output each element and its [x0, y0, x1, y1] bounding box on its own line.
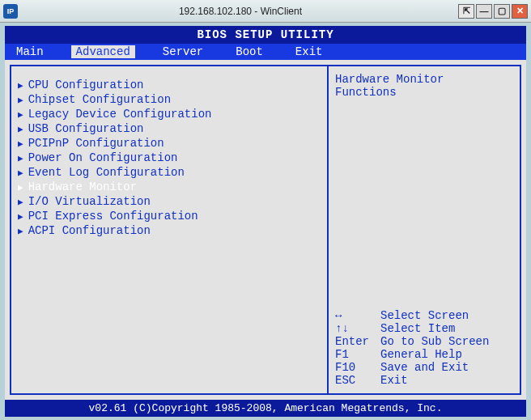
help-key-row: ↑↓ Select Item: [335, 322, 513, 335]
close-button[interactable]: ✕: [512, 4, 528, 19]
key-label: Go to Sub Screen: [380, 335, 489, 348]
chevron-right-icon: ▶: [18, 95, 23, 105]
key-f10: F10: [335, 361, 380, 374]
window-titlebar: IP 192.168.102.180 - WinClient ⇱ — ▢ ✕: [0, 0, 531, 23]
help-keys: ↔ Select Screen ↑↓ Select Item Enter Go …: [335, 309, 513, 387]
tab-exit[interactable]: Exit: [291, 45, 328, 58]
key-label: Select Screen: [380, 309, 469, 322]
key-enter: Enter: [335, 335, 380, 348]
minimize-button[interactable]: —: [476, 4, 492, 19]
chevron-right-icon: ▶: [18, 226, 23, 236]
item-usb-configuration[interactable]: ▶ USB Configuration: [18, 121, 321, 136]
help-line: Hardware Monitor: [335, 73, 513, 86]
help-key-row: F10 Save and Exit: [335, 361, 513, 374]
item-label: PCIPnP Configuration: [28, 137, 164, 150]
item-label: USB Configuration: [28, 122, 144, 135]
item-chipset-configuration[interactable]: ▶ Chipset Configuration: [18, 92, 321, 107]
help-key-row: ↔ Select Screen: [335, 309, 513, 322]
item-label: Hardware Monitor: [28, 180, 137, 193]
bios-header: BIOS SETUP UTILITY: [5, 26, 526, 44]
item-label: ACPI Configuration: [28, 224, 151, 237]
left-panel: ▶ CPU Configuration ▶ Chipset Configurat…: [10, 65, 327, 395]
item-label: Legacy Device Configuration: [28, 108, 212, 121]
item-pci-express-configuration[interactable]: ▶ PCI Express Configuration: [18, 209, 321, 223]
item-cpu-configuration[interactable]: ▶ CPU Configuration: [18, 78, 321, 92]
key-left-right-icon: ↔: [335, 309, 380, 322]
bios-menubar: Main Advanced Server Boot Exit: [5, 44, 526, 60]
help-key-row: ESC Exit: [335, 374, 513, 387]
item-label: I/O Virtualization: [28, 195, 151, 208]
pin-button[interactable]: ⇱: [458, 4, 474, 19]
bios-body: ▶ CPU Configuration ▶ Chipset Configurat…: [5, 60, 526, 400]
app-icon: IP: [3, 4, 18, 19]
help-key-row: Enter Go to Sub Screen: [335, 335, 513, 348]
tab-boot[interactable]: Boot: [231, 45, 268, 58]
chevron-right-icon: ▶: [18, 153, 23, 163]
item-label: Chipset Configuration: [28, 93, 171, 106]
key-esc: ESC: [335, 374, 380, 387]
item-io-virtualization[interactable]: ▶ I/O Virtualization: [18, 194, 321, 209]
key-label: General Help: [380, 348, 462, 361]
item-label: Power On Configuration: [28, 151, 178, 164]
bios-footer: v02.61 (C)Copyright 1985-2008, American …: [5, 400, 526, 417]
item-legacy-device-configuration[interactable]: ▶ Legacy Device Configuration: [18, 107, 321, 121]
help-line: Functions: [335, 86, 513, 99]
item-event-log-configuration[interactable]: ▶ Event Log Configuration: [18, 165, 321, 180]
chevron-right-icon: ▶: [18, 124, 23, 134]
item-acpi-configuration[interactable]: ▶ ACPI Configuration: [18, 223, 321, 238]
item-label: Event Log Configuration: [28, 166, 185, 179]
item-pcipnp-configuration[interactable]: ▶ PCIPnP Configuration: [18, 136, 321, 151]
tab-main[interactable]: Main: [11, 45, 49, 58]
tab-advanced[interactable]: Advanced: [71, 45, 135, 58]
key-label: Save and Exit: [380, 361, 469, 374]
bios-frame: BIOS SETUP UTILITY Main Advanced Server …: [5, 26, 526, 417]
key-up-down-icon: ↑↓: [335, 322, 380, 335]
chevron-right-icon: ▶: [18, 168, 23, 178]
help-key-row: F1 General Help: [335, 348, 513, 361]
item-label: PCI Express Configuration: [28, 210, 198, 223]
help-description: Hardware Monitor Functions: [335, 73, 513, 99]
chevron-right-icon: ▶: [18, 109, 23, 120]
tab-server[interactable]: Server: [158, 45, 208, 58]
chevron-right-icon: ▶: [18, 138, 23, 149]
key-f1: F1: [335, 348, 380, 361]
right-panel: Hardware Monitor Functions ↔ Select Scre…: [327, 65, 521, 395]
chevron-right-icon: ▶: [18, 197, 23, 207]
chevron-right-icon: ▶: [18, 211, 23, 222]
key-label: Exit: [380, 374, 408, 387]
window-controls: ⇱ — ▢ ✕: [458, 4, 528, 19]
chevron-right-icon: ▶: [18, 80, 23, 91]
key-label: Select Item: [380, 322, 455, 335]
maximize-button[interactable]: ▢: [494, 4, 510, 19]
item-power-on-configuration[interactable]: ▶ Power On Configuration: [18, 151, 321, 165]
chevron-right-icon: ▶: [18, 182, 23, 193]
item-hardware-monitor[interactable]: ▶ Hardware Monitor: [18, 180, 321, 194]
window-title: 192.168.102.180 - WinClient: [23, 6, 458, 17]
item-label: CPU Configuration: [28, 78, 144, 91]
